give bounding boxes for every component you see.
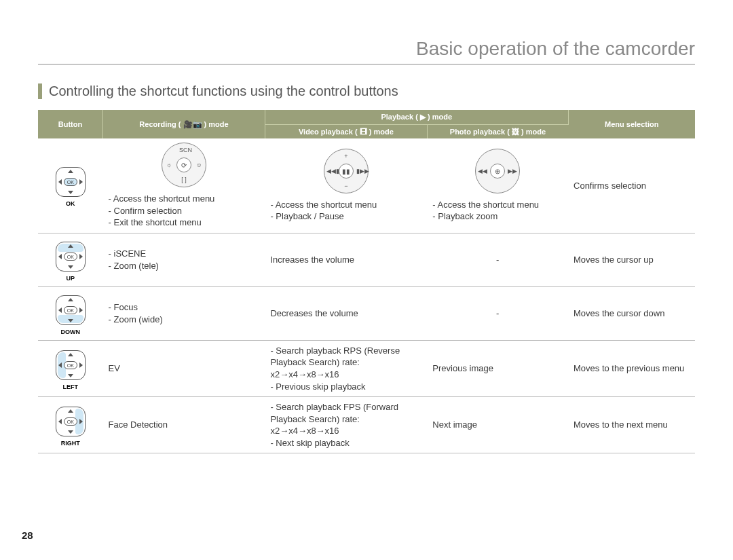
control-table: Button Recording ( 🎥📷 ) mode Playback ( … bbox=[38, 110, 695, 453]
left-photo: Previous image bbox=[427, 340, 568, 396]
pad-ok-label: OK bbox=[64, 306, 77, 314]
up-video: Increases the volume bbox=[265, 233, 427, 286]
down-recording: - Focus - Zoom (wide) bbox=[103, 286, 265, 340]
ok-photo: - Access the shortcut menu - Playback zo… bbox=[432, 199, 563, 223]
right-recording: Face Detection bbox=[103, 397, 265, 453]
vid-right: ▮▶▶ bbox=[356, 166, 366, 176]
down-menu: Moves the cursor down bbox=[568, 286, 695, 340]
hdr-recording-suf: ) mode bbox=[204, 120, 229, 128]
photo-thumb-icon: 🖼 bbox=[512, 128, 519, 136]
btn-label-down: DOWN bbox=[41, 328, 100, 336]
photo-playback-wheel-icon: ◀◀ ▶▶ ⊕ bbox=[475, 149, 520, 193]
hdr-playback-pre: Playback ( bbox=[381, 113, 417, 121]
down-photo: - bbox=[427, 286, 568, 340]
up-photo: - bbox=[427, 233, 568, 286]
btn-label-right: RIGHT bbox=[41, 439, 100, 447]
hdr-playback: Playback ( ▶ ) mode bbox=[265, 110, 568, 125]
ok-menu: Confirms selection bbox=[568, 138, 695, 233]
row-right: OK RIGHT Face Detection - Search playbac… bbox=[38, 397, 695, 453]
hdr-recording-pre: Recording ( bbox=[139, 120, 181, 128]
left-menu: Moves to the previous menu bbox=[568, 340, 695, 396]
vid-left: ◀◀▮ bbox=[326, 166, 336, 176]
vid-center: ▮▮ bbox=[339, 164, 354, 179]
left-recording: EV bbox=[103, 340, 265, 396]
hdr-pho-suf: ) mode bbox=[521, 128, 546, 136]
ok-recording: - Access the shortcut menu - Confirm sel… bbox=[109, 193, 260, 229]
dpad-right-icon: OK bbox=[56, 407, 86, 436]
dpad-up-icon: OK bbox=[56, 242, 86, 272]
hdr-vid-pre: Video playback ( bbox=[299, 128, 358, 136]
wheel-center: ⟳ bbox=[176, 157, 191, 172]
page-number: 28 bbox=[22, 529, 33, 541]
right-video: - Search playback FPS (Forward Playback … bbox=[265, 397, 427, 453]
playback-icon: ▶ bbox=[420, 113, 426, 121]
ok-video: - Access the shortcut menu - Playback / … bbox=[270, 199, 421, 223]
section-title: Controlling the shortcut functions using… bbox=[38, 83, 695, 99]
page-title: Basic operation of the camcorder bbox=[38, 38, 695, 64]
vid-top: + bbox=[341, 151, 351, 161]
pho-left: ◀◀ bbox=[478, 166, 487, 176]
hdr-photo-playback: Photo playback ( 🖼 ) mode bbox=[427, 125, 568, 139]
row-up: OK UP - iSCENE - Zoom (tele) Increases t… bbox=[38, 233, 695, 286]
hdr-playback-suf: ) mode bbox=[428, 113, 452, 121]
pho-right: ▶▶ bbox=[508, 166, 517, 176]
pad-ok-label: OK bbox=[64, 361, 77, 369]
pho-center: ⊕ bbox=[490, 164, 505, 179]
hdr-menu: Menu selection bbox=[568, 110, 695, 138]
left-video: - Search playback RPS (Reverse Playback … bbox=[265, 340, 427, 396]
down-video: Decreases the volume bbox=[265, 286, 427, 340]
row-left: OK LEFT EV - Search playback RPS (Revers… bbox=[38, 340, 695, 396]
dpad-left-icon: OK bbox=[56, 350, 86, 380]
right-photo: Next image bbox=[427, 397, 568, 453]
hdr-video-playback: Video playback ( 🎞 ) mode bbox=[265, 125, 427, 139]
vid-bot: − bbox=[341, 181, 351, 191]
video-clip-icon: 🎞 bbox=[360, 128, 367, 136]
up-recording: - iSCENE - Zoom (tele) bbox=[103, 233, 265, 286]
row-down: OK DOWN - Focus - Zoom (wide) Decreases … bbox=[38, 286, 695, 340]
btn-label-ok: OK bbox=[41, 200, 100, 208]
shortcut-menu-wheel-icon: SCN[ ]☼☺ ⟳ bbox=[162, 143, 206, 187]
hdr-button: Button bbox=[38, 110, 103, 138]
right-menu: Moves to the next menu bbox=[568, 397, 695, 453]
dpad-ok-icon: OK bbox=[56, 167, 86, 197]
btn-label-left: LEFT bbox=[41, 383, 100, 391]
pad-ok-label: OK bbox=[64, 253, 77, 261]
camcorder-icon: 🎥📷 bbox=[183, 120, 202, 128]
btn-label-up: UP bbox=[41, 274, 100, 282]
dpad-down-icon: OK bbox=[56, 295, 86, 325]
hdr-recording: Recording ( 🎥📷 ) mode bbox=[103, 110, 265, 138]
pad-ok-label: OK bbox=[64, 178, 77, 186]
up-menu: Moves the cursor up bbox=[568, 233, 695, 286]
hdr-vid-suf: ) mode bbox=[369, 128, 394, 136]
pad-ok-label: OK bbox=[64, 417, 77, 426]
hdr-pho-pre: Photo playback ( bbox=[450, 128, 510, 136]
row-ok: OK OK SCN[ ]☼☺ ⟳ - Access the shortcut m… bbox=[38, 138, 695, 233]
video-playback-wheel-icon: + − ◀◀▮ ▮▶▶ ▮▮ bbox=[324, 149, 369, 193]
